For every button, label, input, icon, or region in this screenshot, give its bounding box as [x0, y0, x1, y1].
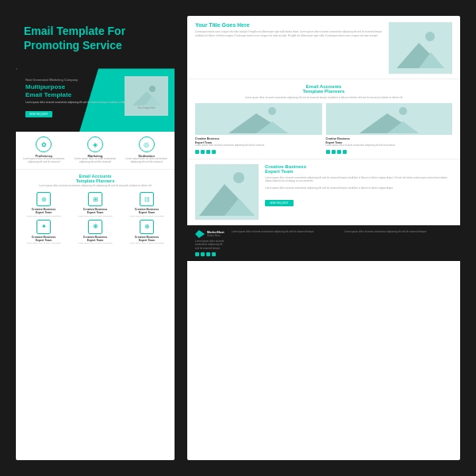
proficiency-text: Lorem ipsum dolor sit amet consectetur a…	[19, 158, 69, 164]
rp-dot-0-3	[212, 150, 216, 154]
footer-dot-2	[206, 252, 210, 256]
ep-card-title-1: Creative BusinessExpert Team	[71, 208, 120, 214]
footer-dot-3	[212, 252, 216, 256]
ep-card-text-3: Lorem ipsum dolor sit amet consectetur	[19, 242, 68, 244]
rp-mid-mountain-icon-1	[359, 106, 419, 133]
left-panel: Email Template For Promoting Service Nex…	[16, 16, 175, 460]
rp-top-title: Your Title Goes Here	[195, 22, 382, 28]
ep-header-image: Your Image Here	[125, 76, 168, 116]
rp-mid-title: Email AccountsTemplate Planners	[195, 84, 452, 94]
rp-dot-1-0	[326, 150, 330, 154]
ep-card-2: ⊡ Creative BusinessExpert Team Lorem ips…	[122, 192, 171, 217]
rp-mid-mountain-icon-0	[228, 106, 288, 133]
rp-footer-logo-sub: Online Store	[207, 234, 225, 237]
ep-card-title-3: Creative BusinessExpert Team	[19, 236, 68, 242]
page-wrapper: Email Template For Promoting Service Nex…	[0, 0, 476, 476]
rp-footer-logo-text: Lorem ipsum dolor sit amet consectetur a…	[195, 240, 227, 251]
logo-diamond-icon	[195, 230, 205, 238]
rp-footer-col1-text: Lorem ipsum dolor sit amet consectetur a…	[232, 230, 340, 234]
rp-bottom-mountain-icon	[199, 168, 255, 216]
marketing-icon: ◈	[87, 136, 103, 152]
rp-mid-dots-1	[326, 150, 453, 154]
ep-card-text-0: Lorem ipsum dolor sit amet consectetur	[19, 215, 68, 217]
rp-bottom-content: Creative BusinessExpert Team Lorem ipsum…	[265, 164, 452, 220]
proficiency-icon: ✿	[36, 136, 52, 152]
rp-mid-cards: Creative BusinessExpert Team Lorem ipsum…	[195, 103, 452, 154]
rp-dot-1-1	[332, 150, 336, 154]
ep-card-text-2: Lorem ipsum dolor sit amet consectetur	[122, 215, 171, 217]
ep-card-icon-1: ⊞	[88, 192, 102, 206]
ep-card-icon-4: ❋	[88, 220, 102, 234]
marketing-text: Lorem ipsum dolor sit amet consectetur a…	[71, 158, 121, 164]
rp-footer-col2-text: Lorem ipsum dolor sit amet consectetur a…	[344, 230, 452, 234]
ep-card-1: ⊞ Creative BusinessExpert Team Lorem ips…	[71, 192, 120, 217]
page-title: Email Template For Promoting Service	[24, 24, 167, 52]
ep-icon-marketing: ◈ Marketing Lorem ipsum dolor sit amet c…	[71, 136, 121, 164]
ep-section-title: Email AccountsTemplate Planners	[19, 174, 171, 183]
rp-mid-dots-0	[195, 150, 322, 154]
rp-footer-col2: Lorem ipsum dolor sit amet consectetur a…	[344, 230, 452, 234]
rp-mid-card-text-0: Lorem ipsum dolor sit amet consectetur a…	[195, 144, 322, 148]
dedication-text: Lorem ipsum dolor sit amet consectetur a…	[121, 158, 171, 164]
rp-mid-card-text-1: Lorem ipsum dolor sit amet consectetur a…	[326, 144, 453, 148]
rp-bottom-text-2: Lorem ipsum dolor sit amet consectetur a…	[265, 186, 452, 190]
rp-dot-1-3	[343, 150, 347, 154]
ep-section-sub: Lorem ipsum dolor sit amet consectetur a…	[19, 184, 171, 187]
rp-mid-card-image-1	[326, 103, 453, 135]
rp-bottom-button[interactable]: SEND REQUEST	[265, 200, 294, 206]
rp-dot-0-2	[206, 150, 210, 154]
rp-mid-desc: Lorem ipsum dolor sit amet consectetur a…	[195, 96, 452, 99]
rp-mid-card-1: Creative BusinessExpert Team Lorem ipsum…	[326, 103, 453, 154]
rp-middle-section: Email AccountsTemplate Planners Lorem ip…	[187, 79, 460, 159]
ep-card-text-5: Lorem ipsum dolor sit amet consectetur	[122, 242, 171, 244]
rp-footer-dots-logo	[195, 252, 227, 256]
rp-footer-logo: MarketNext Online Store Lorem ipsum dolo…	[195, 230, 227, 257]
ep-image-label: Your Image Here	[132, 106, 160, 109]
ep-card-5: ⊕ Creative BusinessExpert Team Lorem ips…	[122, 220, 171, 245]
svg-point-17	[233, 172, 244, 183]
rp-bottom-section: Creative BusinessExpert Team Lorem ipsum…	[187, 159, 460, 225]
ep-header: Next Generation Marketing Company Multip…	[16, 68, 175, 132]
footer-dot-1	[201, 252, 205, 256]
ep-card-text-1: Lorem ipsum dolor sit amet consectetur	[71, 215, 120, 217]
svg-point-13	[399, 107, 407, 115]
rp-dot-1-2	[337, 150, 341, 154]
rp-footer: MarketNext Online Store Lorem ipsum dolo…	[187, 225, 460, 262]
rp-bottom-title: Creative BusinessExpert Team	[265, 164, 452, 174]
svg-point-9	[268, 107, 276, 115]
dedication-icon: ◎	[139, 136, 155, 152]
svg-point-1	[149, 86, 155, 92]
ep-card-title-0: Creative BusinessExpert Team	[19, 208, 68, 214]
ep-card-icon-3: ✦	[36, 220, 51, 234]
title-box: Email Template For Promoting Service	[16, 16, 175, 68]
mountain-icon	[132, 83, 160, 106]
ep-icon-dedication: ◎ Dedication Lorem ipsum dolor sit amet …	[121, 136, 171, 164]
ep-send-button[interactable]: SEND REQUEST	[25, 111, 52, 117]
rp-dot-0-1	[201, 150, 205, 154]
ep-card-3: ✦ Creative BusinessExpert Team Lorem ips…	[19, 220, 68, 245]
ep-icons-section: ✿ Proficiency Lorem ipsum dolor sit amet…	[16, 132, 175, 170]
rp-top-content: Your Title Goes Here Consequat mauris nu…	[195, 22, 382, 74]
rp-bottom-text-1: Lorem ipsum dolor sit amet consectetur a…	[265, 176, 452, 183]
rp-dot-0-0	[195, 150, 199, 154]
ep-card-title-2: Creative BusinessExpert Team	[122, 208, 171, 214]
ep-card-icon-0: ⊛	[36, 192, 51, 206]
ep-icon-proficiency: ✿ Proficiency Lorem ipsum dolor sit amet…	[19, 136, 69, 164]
rp-top-text: Consequat mauris nunc congue nisi vitae …	[195, 30, 382, 37]
ep-card-0: ⊛ Creative BusinessExpert Team Lorem ips…	[19, 192, 68, 217]
ep-card-icon-5: ⊕	[140, 220, 154, 234]
email-preview: Next Generation Marketing Company Multip…	[16, 68, 175, 460]
ep-cards-grid: ⊛ Creative BusinessExpert Team Lorem ips…	[16, 189, 175, 248]
rp-bottom-image	[195, 164, 259, 220]
ep-card-title-4: Creative BusinessExpert Team	[71, 236, 120, 242]
rp-top-image	[389, 22, 452, 74]
rp-mid-card-image-0	[195, 103, 322, 135]
rp-footer-col1: Lorem ipsum dolor sit amet consectetur a…	[232, 230, 340, 234]
ep-card-4: ❋ Creative BusinessExpert Team Lorem ips…	[71, 220, 120, 245]
ep-section-heading: Email AccountsTemplate Planners Lorem ip…	[16, 170, 175, 189]
svg-point-5	[425, 32, 435, 41]
ep-card-title-5: Creative BusinessExpert Team	[122, 236, 171, 242]
rp-top-section: Your Title Goes Here Consequat mauris nu…	[187, 16, 460, 79]
rp-mid-card-0: Creative BusinessExpert Team Lorem ipsum…	[195, 103, 322, 154]
ep-card-icon-2: ⊡	[140, 192, 154, 206]
